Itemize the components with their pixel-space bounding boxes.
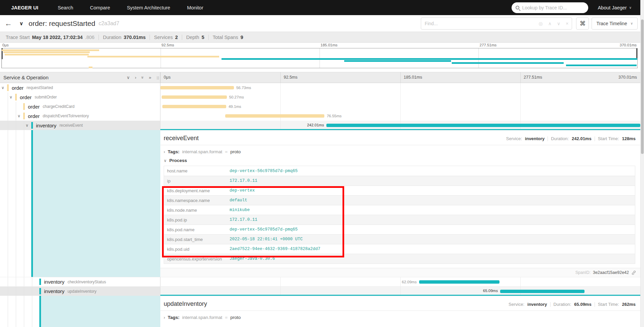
collapse-toggle-icon[interactable]: ∨ bbox=[17, 114, 21, 118]
trace-id-search-input[interactable] bbox=[522, 5, 584, 10]
scrollbar-thumb[interactable] bbox=[641, 19, 644, 154]
service-name: order bbox=[12, 85, 24, 91]
span-duration-label: 56.73ms bbox=[236, 86, 251, 90]
collapse-toggle-icon[interactable]: ∨ bbox=[26, 123, 29, 127]
brand-logo[interactable]: JAEGER UI bbox=[11, 5, 38, 10]
column-resizer-handle[interactable]: || bbox=[157, 76, 159, 80]
operation-name: submitOrder bbox=[35, 95, 57, 99]
minimap-span-line bbox=[3, 51, 90, 53]
ruler-tick-label: 92.5ms bbox=[280, 75, 297, 80]
tree-guide-line bbox=[32, 277, 32, 286]
service-name: inventory bbox=[44, 288, 65, 294]
minimap-tick-label: 370.01ms bbox=[619, 43, 637, 47]
expand-one-icon[interactable]: › bbox=[135, 75, 136, 80]
stat-label: Trace Start bbox=[6, 35, 30, 40]
span-row[interactable]: ∨inventoryreceiveEvent242.01ms bbox=[0, 121, 640, 130]
process-value: minikube bbox=[230, 208, 250, 212]
collapse-toggle-icon[interactable]: ∨ bbox=[9, 95, 12, 99]
link-icon[interactable] bbox=[631, 270, 636, 275]
process-value: 2022-05-18 22:01:41 +0000 UTC bbox=[230, 237, 303, 242]
collapse-all-icon[interactable]: » bbox=[140, 76, 145, 79]
span-row[interactable]: ∨orderdispatchEventToInventory76.55ms bbox=[0, 111, 640, 121]
tree-guide-line bbox=[8, 130, 8, 277]
stat-label: Depth bbox=[186, 35, 199, 40]
nav-item-compare[interactable]: Compare bbox=[90, 5, 110, 10]
process-kv-row: k8s.pod.ip172.17.0.11 bbox=[164, 215, 635, 224]
trace-title: order: requestStarted bbox=[29, 19, 95, 28]
span-detail-card: updateInventoryService:inventoryDuration… bbox=[160, 296, 640, 327]
expand-all-icon[interactable]: » bbox=[149, 75, 151, 80]
span-row[interactable]: ∨ordersubmitOrder50.27ms bbox=[0, 92, 640, 102]
about-jaeger-menu[interactable]: About Jaeger ∨ bbox=[598, 5, 632, 10]
trace-id-search[interactable] bbox=[512, 2, 588, 13]
find-input[interactable] bbox=[425, 21, 538, 26]
nav-item-system-architecture[interactable]: System Architecture bbox=[127, 5, 170, 10]
collapse-trace-icon[interactable]: ∨ bbox=[19, 21, 23, 27]
tags-toggle-row[interactable]: ›Tags:internal.span.format=proto bbox=[160, 313, 640, 322]
tags-toggle-row[interactable]: ›Tags:internal.span.format=proto bbox=[160, 148, 640, 156]
span-row[interactable]: orderchargeCreditCard49.1ms bbox=[0, 102, 640, 111]
ruler-tick-label: 185.01ms bbox=[400, 75, 422, 80]
nav-item-search[interactable]: Search bbox=[58, 5, 73, 10]
detail-info-label: Start Time: bbox=[598, 136, 619, 141]
span-bar[interactable] bbox=[225, 114, 324, 118]
detail-overview: Service:inventoryDuration:242.01msStart … bbox=[506, 136, 636, 141]
clear-find-icon[interactable]: × bbox=[566, 21, 568, 26]
service-operation-header: Service & Operation bbox=[3, 75, 48, 80]
span-id-value: 3e2aacf15ae92e42 bbox=[593, 270, 629, 275]
keyboard-shortcuts-button[interactable]: ⌘ bbox=[576, 17, 589, 30]
process-key: k8s.pod.start_time bbox=[164, 237, 230, 242]
collapse-one-icon[interactable]: ∨ bbox=[127, 75, 130, 80]
tree-guide-line bbox=[32, 287, 32, 296]
minimap-span-line bbox=[5, 54, 89, 55]
process-label: Process bbox=[169, 158, 187, 163]
tags-label: Tags: bbox=[168, 149, 179, 154]
process-toggle-row[interactable]: ∨Process bbox=[160, 156, 640, 165]
service-color-swatch bbox=[39, 288, 41, 294]
focus-match-icon[interactable]: ◎ bbox=[538, 21, 542, 26]
span-bar[interactable] bbox=[162, 95, 227, 99]
stat-value: 370.01ms bbox=[124, 35, 146, 40]
process-key: ip bbox=[164, 178, 230, 183]
top-nav: JAEGER UI SearchCompareSystem Architectu… bbox=[0, 0, 640, 15]
next-match-icon[interactable]: ∨ bbox=[557, 21, 560, 26]
back-arrow-button[interactable]: ← bbox=[5, 20, 12, 27]
tree-guide-line bbox=[8, 92, 8, 102]
tree-guide-line bbox=[16, 121, 16, 130]
span-bar[interactable] bbox=[162, 105, 226, 108]
span-name-group: inventoryreceiveEvent bbox=[36, 121, 83, 130]
process-value: 172.17.0.11 bbox=[230, 217, 257, 222]
detail-highlight-fill bbox=[41, 296, 160, 327]
tree-guide-line bbox=[8, 287, 8, 296]
service-name: inventory bbox=[36, 123, 56, 128]
span-bar[interactable] bbox=[500, 290, 585, 293]
span-name-group: orderchargeCreditCard bbox=[28, 102, 75, 111]
stat-value: May 18 2022, 17:02:34 bbox=[32, 35, 83, 40]
span-bar[interactable] bbox=[160, 86, 234, 89]
ruler-tick-label: 370.01ms bbox=[618, 75, 637, 80]
minimap-right-handle[interactable] bbox=[636, 48, 637, 59]
trace-view-selector[interactable]: Trace Timeline ∨ bbox=[592, 17, 638, 30]
chevron-down-icon: ∨ bbox=[164, 158, 167, 163]
span-row[interactable]: inventorycheckInventoryStatus62.09ms bbox=[0, 277, 640, 286]
tree-guide-line bbox=[32, 296, 32, 327]
span-row-timeline-cell: 65.09ms bbox=[160, 286, 640, 296]
equals-sign: = bbox=[225, 315, 228, 320]
minimap-span-line bbox=[452, 62, 564, 64]
span-duration-label: 242.01ms bbox=[307, 123, 324, 127]
service-name: order bbox=[28, 113, 40, 119]
collapse-toggle-icon[interactable]: ∨ bbox=[1, 86, 4, 90]
span-rows-container: ∨orderrequestStarted56.73ms∨ordersubmitO… bbox=[0, 83, 640, 327]
timeline-minimap[interactable] bbox=[1, 48, 638, 68]
span-row[interactable]: ∨orderrequestStarted56.73ms bbox=[0, 83, 640, 92]
span-bar[interactable] bbox=[326, 124, 640, 127]
nav-item-monitor[interactable]: Monitor bbox=[187, 5, 203, 10]
minimap-tick-label: 185.01ms bbox=[320, 43, 338, 47]
detail-info-separator bbox=[595, 136, 595, 141]
prev-match-icon[interactable]: ∧ bbox=[548, 21, 552, 26]
span-bar[interactable] bbox=[419, 280, 500, 284]
span-row[interactable]: inventoryupdateInventory65.09ms bbox=[0, 286, 640, 296]
process-kv-row: ip172.17.0.11 bbox=[164, 176, 635, 186]
process-kv-row: k8s.namespace.namedefault bbox=[164, 195, 635, 205]
span-row-name-cell: ∨orderrequestStarted bbox=[0, 83, 160, 92]
